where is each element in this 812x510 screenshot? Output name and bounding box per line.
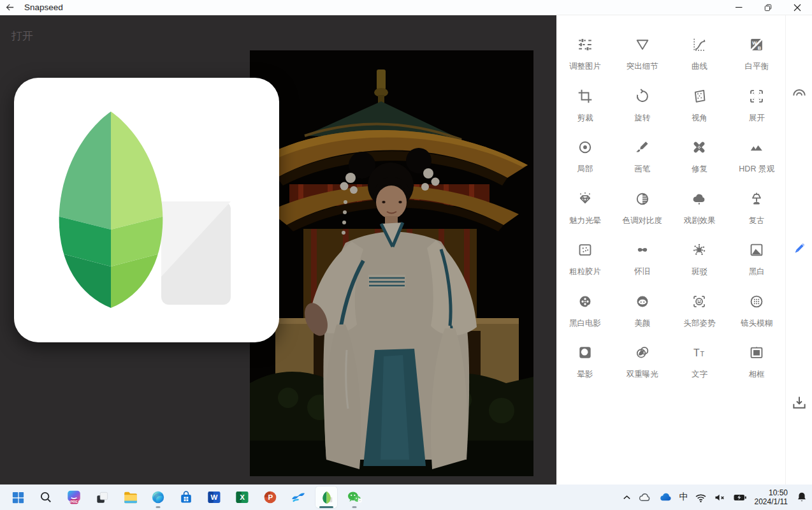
tool-text[interactable]: TT文字: [671, 338, 729, 390]
tool-grainy-film[interactable]: 粗粒胶片: [556, 235, 614, 287]
tool-crop[interactable]: 剪裁: [556, 82, 614, 133]
powerpoint-button[interactable]: P: [259, 486, 282, 509]
head-pose-icon: [691, 293, 707, 310]
snapseed-taskbar-button[interactable]: [315, 486, 338, 509]
expand-icon: [748, 88, 765, 105]
tool-face-enhance[interactable]: 美颜: [614, 287, 671, 339]
wifi-button[interactable]: [693, 487, 708, 507]
vignette-icon: [577, 344, 593, 361]
tool-tune-image[interactable]: 调整图片: [556, 30, 614, 82]
tool-label: 视角: [692, 113, 707, 124]
restore-button[interactable]: [753, 0, 783, 15]
microsoft-store-button[interactable]: [175, 486, 198, 509]
back-button[interactable]: [0, 0, 19, 15]
photo-canvas[interactable]: [250, 50, 533, 476]
svg-text:T: T: [693, 347, 700, 358]
excel-button[interactable]: X: [231, 486, 254, 509]
task-view-icon: [95, 490, 110, 505]
close-button[interactable]: [783, 0, 812, 15]
wsa-button[interactable]: [287, 486, 310, 509]
tool-tonal-contrast[interactable]: 色调对比度: [614, 184, 671, 236]
editor-canvas: 打开: [0, 15, 556, 484]
snapseed-icon: [319, 490, 335, 506]
close-icon: [794, 4, 801, 11]
snapseed-leaf-logo: [14, 78, 279, 342]
minimize-button[interactable]: [724, 0, 753, 15]
tool-double-exposure[interactable]: 双重曝光: [614, 338, 671, 390]
tool-vignette[interactable]: 晕影: [556, 338, 614, 390]
wechat-icon: [346, 489, 363, 506]
tool-healing[interactable]: 修复: [671, 133, 729, 184]
tool-curves[interactable]: 曲线: [671, 30, 729, 82]
tool-drama[interactable]: 戏剧效果: [671, 184, 729, 236]
clock-date: 2024/1/11: [755, 497, 788, 506]
tool-perspective[interactable]: 视角: [671, 82, 729, 133]
tray-overflow-button[interactable]: [621, 487, 632, 507]
svg-text:P: P: [268, 493, 273, 501]
notifications-button[interactable]: [794, 487, 809, 507]
svg-text:T: T: [700, 350, 705, 358]
tool-noir[interactable]: 黑白电影: [556, 287, 614, 339]
tool-black-white[interactable]: 黑白: [728, 235, 785, 287]
side-rail: [785, 15, 812, 484]
battery-button[interactable]: [732, 487, 748, 507]
tool-rotate[interactable]: 旋转: [614, 82, 671, 133]
tonal-contrast-icon: [634, 191, 651, 207]
task-view-button[interactable]: [91, 486, 113, 509]
clock-time: 10:50: [755, 488, 788, 497]
svg-text:W: W: [211, 493, 218, 501]
ime-indicator[interactable]: 中: [679, 487, 689, 507]
looks-arcs-icon: [790, 84, 808, 101]
tool-details[interactable]: 突出细节: [614, 30, 671, 82]
weather-cloud-button[interactable]: [637, 487, 653, 507]
details-icon: [634, 36, 651, 53]
tool-brush[interactable]: 画笔: [614, 133, 671, 184]
wechat-button[interactable]: [343, 486, 366, 509]
tool-label: 斑驳: [692, 266, 707, 277]
tool-label: HDR 景观: [739, 164, 774, 175]
tool-selective[interactable]: 局部: [556, 133, 614, 184]
selective-icon: [577, 139, 593, 156]
tool-head-pose[interactable]: 头部姿势: [671, 287, 729, 339]
tool-vintage[interactable]: 复古: [728, 184, 785, 236]
export-tab[interactable]: [790, 394, 808, 414]
snapseed-logo-splash: [14, 78, 279, 342]
tool-label: 文字: [692, 369, 707, 380]
tool-label: 旋转: [634, 113, 650, 124]
double-exposure-icon: [634, 344, 651, 361]
tool-label: 相框: [749, 369, 765, 380]
onedrive-button[interactable]: [657, 487, 674, 507]
grainy-film-icon: [577, 242, 593, 258]
tool-retrolux[interactable]: 怀旧: [614, 235, 671, 287]
tool-lens-blur[interactable]: 镜头模糊: [728, 287, 785, 339]
start-button[interactable]: [6, 486, 29, 509]
search-button[interactable]: [34, 486, 57, 509]
file-explorer-button[interactable]: [119, 486, 141, 509]
tool-glamour-glow[interactable]: 魅力光晕: [556, 184, 614, 236]
looks-tab[interactable]: [790, 84, 808, 104]
tool-white-balance[interactable]: WB白平衡: [728, 30, 785, 82]
volume-muted-button[interactable]: [713, 487, 727, 507]
word-button[interactable]: W: [203, 486, 226, 509]
restore-icon: [764, 4, 772, 11]
tool-label: 双重曝光: [627, 369, 658, 380]
battery-charging-icon: [732, 490, 748, 505]
tool-label: 黑白电影: [569, 318, 601, 329]
windows-start-icon: [11, 490, 25, 505]
edge-button[interactable]: [147, 486, 170, 509]
tool-hdr-scape[interactable]: HDR 景观: [728, 133, 785, 184]
tool-label: 粗粒胶片: [569, 266, 601, 277]
copilot-button[interactable]: PRE: [62, 486, 85, 509]
open-button[interactable]: 打开: [11, 29, 33, 43]
tool-label: 色调对比度: [622, 215, 662, 226]
tool-label: 戏剧效果: [683, 215, 715, 226]
tool-label: 白平衡: [744, 61, 769, 72]
clock[interactable]: 10:50 2024/1/11: [755, 488, 788, 506]
tool-label: 曲线: [692, 61, 707, 72]
tools-tab-active[interactable]: [790, 240, 808, 260]
tool-expand[interactable]: 展开: [728, 82, 785, 133]
tool-grunge[interactable]: 斑驳: [671, 235, 729, 287]
title-bar: Snapseed: [0, 0, 812, 15]
tool-frames[interactable]: 相框: [728, 338, 785, 390]
tool-label: 调整图片: [569, 61, 601, 72]
